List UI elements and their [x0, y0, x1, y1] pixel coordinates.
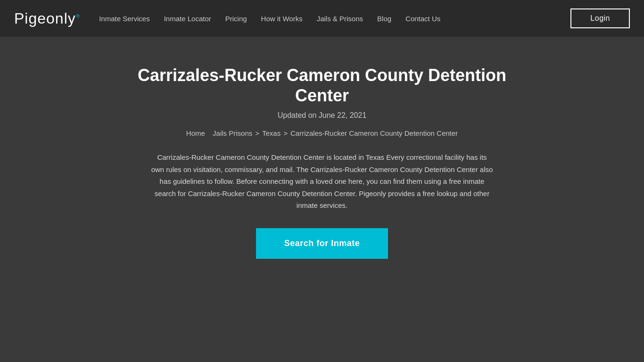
main-nav: Inmate Services Inmate Locator Pricing H… [99, 15, 630, 23]
site-header: Pigeonly® Inmate Services Inmate Locator… [0, 0, 644, 37]
nav-inmate-locator[interactable]: Inmate Locator [164, 15, 211, 23]
logo[interactable]: Pigeonly® [14, 10, 80, 27]
breadcrumb-sep-2: > [255, 129, 259, 137]
main-content: Carrizales-Rucker Cameron County Detenti… [0, 37, 644, 278]
breadcrumb-current: Carrizales-Rucker Cameron County Detenti… [290, 129, 458, 137]
breadcrumb-jails-prisons[interactable]: Jails Prisons [213, 129, 252, 137]
breadcrumb-sep-3: > [283, 129, 288, 137]
breadcrumb-sep-1 [208, 129, 210, 137]
facility-description: Carrizales-Rucker Cameron County Detenti… [150, 151, 494, 212]
nav-blog[interactable]: Blog [377, 15, 391, 23]
logo-text: Pigeonly® [14, 10, 80, 27]
breadcrumb-state[interactable]: Texas [262, 129, 281, 137]
updated-date: Updated on June 22, 2021 [278, 111, 367, 120]
nav-how-it-works[interactable]: How it Works [261, 15, 303, 23]
nav-jails-prisons[interactable]: Jails & Prisons [317, 15, 363, 23]
breadcrumb: Home Jails Prisons > Texas > Carrizales-… [186, 129, 458, 137]
page-title: Carrizales-Rucker Cameron County Detenti… [110, 65, 534, 106]
login-button[interactable]: Login [570, 8, 630, 28]
logo-registered: ® [76, 14, 80, 19]
breadcrumb-home[interactable]: Home [186, 129, 205, 137]
nav-contact-us[interactable]: Contact Us [405, 15, 440, 23]
search-inmate-button[interactable]: Search for Inmate [256, 228, 388, 259]
nav-pricing[interactable]: Pricing [225, 15, 247, 23]
nav-inmate-services[interactable]: Inmate Services [99, 15, 150, 23]
